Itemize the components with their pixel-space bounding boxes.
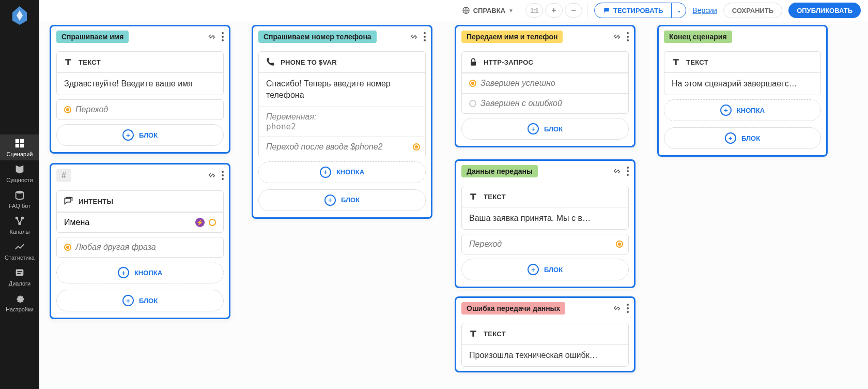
transition-block[interactable]: Переход [461,234,629,255]
save-button[interactable]: СОХРАНИТЬ [723,3,782,18]
card-title[interactable]: Спрашиваем номер телефона [258,31,377,43]
text-block[interactable]: ТЕКСТ Здравствуйте! Введите ваше имя [56,51,224,95]
var-name: phone2 [266,122,418,131]
nav-channels[interactable]: Каналы [0,212,39,238]
nav-dialogs[interactable]: Диалоги [0,264,39,290]
port-icon[interactable] [209,219,216,226]
port-icon[interactable] [413,143,420,151]
versions-link[interactable]: Версии [692,6,717,14]
test-button[interactable]: ТЕСТИРОВАТЬ [594,3,672,18]
svg-rect-10 [17,273,20,274]
add-block-button[interactable]: +БЛОК [461,118,629,140]
svg-rect-3 [20,144,24,147]
after-row[interactable]: Переход после ввода $phone2 [259,137,425,157]
test-dropdown-button[interactable]: ⌄ [672,3,686,18]
text-block[interactable]: ТЕКСТ Произошла техническая ошибк… [461,323,629,367]
http-block[interactable]: HTTP-ЗАПРОС Завершен успешно Завершен с … [461,51,629,114]
svg-rect-9 [17,271,22,272]
gear-icon [14,293,25,304]
nav-label: Сценарий [7,151,33,157]
plus-icon: + [122,295,134,306]
add-button-button[interactable]: +КНОПКА [258,161,426,183]
more-icon[interactable] [424,32,426,41]
card-title[interactable]: Передаем имя и телефон [461,31,563,43]
error-row[interactable]: Завершен с ошибкой [462,93,628,113]
add-block-button[interactable]: +БЛОК [461,259,629,280]
add-button-button[interactable]: +КНОПКА [56,262,224,283]
card-title[interactable]: Конец сценария [664,31,732,43]
topbar: СПРАВКА ▼ 1:1 + − ТЕСТИРОВАТЬ ⌄ Версии С… [39,0,868,21]
logo [9,5,30,26]
link-icon[interactable] [207,32,216,41]
card-ask-name[interactable]: Спрашиваем имя ТЕКСТ Здравствуйте! Введи… [50,25,230,154]
book-icon [14,163,25,175]
link-icon[interactable] [207,171,216,180]
intents-icon [63,196,73,206]
plus-icon: + [122,129,134,141]
success-row[interactable]: Завершен успешно [462,73,628,93]
more-icon[interactable] [627,304,629,313]
more-icon[interactable] [627,32,629,41]
transition-block[interactable]: Переход [56,99,224,120]
canvas[interactable]: Спрашиваем имя ТЕКСТ Здравствуйте! Введи… [39,21,868,389]
intents-block[interactable]: ИНТЕНТЫ Имена ⚡ [56,190,224,233]
grid-icon [14,138,25,149]
link-icon[interactable] [612,304,622,313]
more-icon[interactable] [222,171,224,180]
card-title[interactable]: Спрашиваем имя [56,31,129,43]
more-icon[interactable] [627,167,629,176]
nav-stats[interactable]: Статистика [0,238,39,264]
port-icon[interactable] [64,106,71,113]
add-block-button[interactable]: +БЛОК [664,127,821,149]
card-send-data[interactable]: Передаем имя и телефон HTTP-ЗАПРОС Завер… [455,25,636,147]
more-icon[interactable] [222,32,224,41]
svg-point-4 [16,191,24,194]
var-label: Переменная: [266,112,418,122]
link-icon[interactable] [409,32,419,41]
add-block-button[interactable]: +БЛОК [258,189,426,211]
publish-button[interactable]: ОПУБЛИКОВАТЬ [788,3,861,18]
port-icon[interactable] [469,100,476,107]
nav-settings[interactable]: Настройки [0,290,39,316]
help-label: СПРАВКА [473,7,505,14]
text-block[interactable]: ТЕКСТ Ваша заявка принята. Мы с в… [461,186,629,230]
transition-label: Переход [469,240,502,249]
nav-entities[interactable]: Сущности [0,160,39,186]
card-data-sent[interactable]: Данные переданы ТЕКСТ Ваша заявка принят… [455,159,636,288]
card-title-placeholder[interactable]: # [56,169,71,182]
card-ask-phone[interactable]: Спрашиваем номер телефона PHONE TO $VAR … [252,25,432,219]
port-icon[interactable] [616,241,623,248]
zoom-out-button[interactable]: − [565,3,582,18]
card-title[interactable]: Ошибка передачи данных [461,302,565,315]
text-block[interactable]: ТЕКСТ На этом сценарий завершаетс… [664,51,821,95]
card-end[interactable]: Конец сценария ТЕКСТ На этом сценарий за… [657,25,828,157]
card-intents[interactable]: # ИНТЕНТЫ Имена ⚡ Любая другая фраза +КН… [50,163,230,319]
channels-icon [14,215,25,227]
zoom-in-button[interactable]: + [545,3,563,18]
svg-rect-1 [20,139,24,143]
nav-label: Настройки [6,306,34,312]
phone-icon [265,57,275,67]
card-error[interactable]: Ошибка передачи данных ТЕКСТ Произошла т… [455,296,636,372]
text-icon [468,191,478,202]
stats-icon [14,241,25,252]
zoom-reset-button[interactable]: 1:1 [525,3,543,18]
port-icon[interactable] [469,80,476,87]
nav-faq[interactable]: FAQ бот [0,186,39,212]
phone-block[interactable]: PHONE TO $VAR Спасибо! Теперь введите но… [258,51,426,157]
link-icon[interactable] [612,32,622,41]
add-block-button[interactable]: +БЛОК [56,124,224,146]
add-button-button[interactable]: +КНОПКА [664,99,821,121]
add-block-button[interactable]: +БЛОК [56,290,224,311]
lock-icon [468,57,478,67]
port-icon[interactable] [64,244,71,251]
intent-row[interactable]: Имена ⚡ [57,212,223,232]
text-icon [63,57,73,67]
text-content: Здравствуйте! Введите ваше имя [57,73,223,95]
nav-label: Диалоги [9,280,31,287]
nav-scenario[interactable]: Сценарий [0,134,39,160]
help-menu[interactable]: СПРАВКА ▼ [462,6,514,14]
link-icon[interactable] [612,167,622,176]
card-title[interactable]: Данные переданы [461,165,538,177]
fallback-block[interactable]: Любая другая фраза [56,237,224,258]
